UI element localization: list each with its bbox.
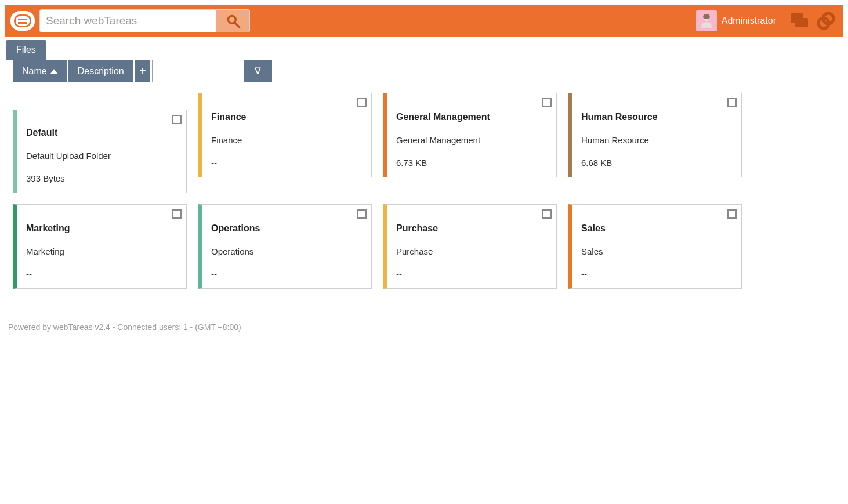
forum-button[interactable] [788, 9, 811, 32]
user-name: Administrator [722, 16, 776, 26]
card-title: Operations [211, 223, 362, 234]
svg-line-1 [235, 23, 240, 27]
folder-card[interactable]: General ManagementGeneral Management6.73… [383, 93, 557, 177]
add-button[interactable]: + [135, 60, 150, 82]
sort-description-button[interactable]: Description [68, 60, 133, 82]
search-wrap [39, 9, 250, 32]
tab-files[interactable]: Files [6, 40, 46, 60]
card-description: Marketing [26, 246, 177, 256]
select-checkbox[interactable] [172, 209, 182, 219]
folder-card[interactable]: OperationsOperations-- [198, 204, 372, 289]
card-description: Human Resource [581, 135, 732, 145]
card-size: -- [581, 269, 732, 279]
link-icon [816, 10, 836, 31]
footer-text: Powered by webTareas v2.4 - Connected us… [0, 299, 848, 332]
card-description: Finance [211, 135, 362, 145]
card-description: Sales [581, 246, 732, 256]
sort-name-button[interactable]: Name [13, 60, 67, 82]
logo-icon [14, 14, 31, 27]
filter-button[interactable]: ∇ [244, 60, 272, 82]
card-title: Human Resource [581, 112, 732, 122]
cards-container: DefaultDefault Upload Folder393 BytesFin… [0, 82, 848, 299]
forum-icon [789, 12, 809, 30]
app-header: Administrator [5, 5, 843, 37]
select-checkbox[interactable] [172, 115, 182, 124]
select-checkbox[interactable] [727, 98, 737, 107]
folder-card[interactable]: FinanceFinance-- [198, 93, 372, 177]
search-input[interactable] [39, 9, 216, 32]
card-description: Default Upload Folder [26, 151, 177, 161]
card-size: 6.73 KB [396, 158, 547, 168]
folder-card[interactable]: MarketingMarketing-- [13, 204, 187, 289]
filter-input[interactable] [152, 60, 242, 82]
svg-rect-4 [795, 18, 808, 27]
select-checkbox[interactable] [542, 209, 552, 219]
folder-card[interactable]: DefaultDefault Upload Folder393 Bytes [13, 110, 187, 193]
tabs-row: Files [0, 37, 848, 60]
select-checkbox[interactable] [727, 209, 737, 219]
folder-card[interactable]: SalesSales-- [568, 204, 742, 289]
folder-card[interactable]: PurchasePurchase-- [383, 204, 557, 289]
select-checkbox[interactable] [357, 98, 367, 107]
card-title: General Management [396, 112, 547, 122]
card-size: 6.68 KB [581, 158, 732, 168]
search-button[interactable] [216, 9, 250, 32]
avatar[interactable] [696, 10, 717, 31]
folder-card[interactable]: Human ResourceHuman Resource6.68 KB [568, 93, 742, 177]
card-description: Operations [211, 246, 362, 256]
select-checkbox[interactable] [542, 98, 552, 107]
card-size: -- [211, 158, 362, 168]
card-size: 393 Bytes [26, 173, 177, 183]
app-logo[interactable] [10, 11, 35, 31]
avatar-icon [698, 13, 715, 29]
card-title: Finance [211, 112, 362, 122]
card-description: General Management [396, 135, 547, 145]
card-size: -- [211, 269, 362, 279]
sort-name-label: Name [22, 66, 47, 77]
card-title: Default [26, 128, 177, 138]
card-title: Marketing [26, 223, 177, 234]
search-icon [226, 13, 241, 28]
select-checkbox[interactable] [357, 209, 367, 219]
card-size: -- [26, 269, 177, 279]
link-button[interactable] [814, 9, 838, 32]
card-size: -- [396, 269, 547, 279]
card-title: Sales [581, 223, 732, 234]
card-title: Purchase [396, 223, 547, 234]
toolbar: Name Description + ∇ [0, 60, 848, 82]
sort-asc-icon [50, 69, 57, 74]
card-description: Purchase [396, 246, 547, 256]
